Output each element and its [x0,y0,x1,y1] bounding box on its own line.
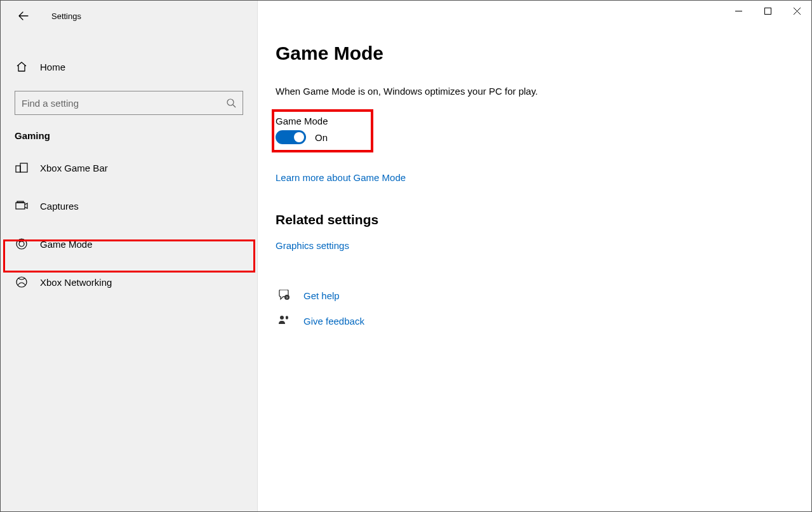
main-content: Game Mode When Game Mode is on, Windows … [258,1,811,511]
maximize-button[interactable] [753,1,782,21]
svg-point-6 [19,241,24,246]
graphics-settings-link[interactable]: Graphics settings [276,240,349,251]
sidebar-item-label: Captures [40,201,79,212]
give-feedback-link[interactable]: Give feedback [303,316,364,327]
help-icon: ? [276,290,293,301]
page-description: When Game Mode is on, Windows optimizes … [276,86,811,97]
app-title: Settings [51,11,81,21]
svg-rect-3 [16,203,25,209]
maximize-icon [764,8,771,15]
sidebar-item-label: Xbox Networking [40,277,112,288]
home-nav[interactable]: Home [1,51,257,82]
window-controls [724,1,811,21]
svg-rect-1 [16,166,20,172]
sidebar-item-captures[interactable]: Captures [1,191,257,221]
toggle-state: On [315,132,328,143]
sidebar-item-xbox-game-bar[interactable]: Xbox Game Bar [1,152,257,183]
svg-point-11 [280,316,284,320]
sidebar-item-label: Xbox Game Bar [40,163,108,173]
home-label: Home [40,62,65,72]
related-settings-heading: Related settings [276,212,811,227]
game-mode-icon [15,238,29,250]
sidebar-item-game-mode[interactable]: Game Mode [1,229,257,259]
minimize-icon [735,8,742,15]
close-icon [794,8,801,15]
back-button[interactable] [11,3,36,29]
toggle-label: Game Mode [276,116,377,126]
get-help-link[interactable]: Get help [303,290,340,301]
learn-more-link[interactable]: Learn more about Game Mode [276,172,406,183]
svg-rect-4 [17,201,23,203]
sidebar: Settings Home Gaming Xbox Game Bar [1,1,258,511]
home-icon [15,61,29,72]
feedback-icon [276,315,293,327]
xbox-icon [15,276,29,288]
game-mode-toggle[interactable] [276,130,306,144]
arrow-left-icon [18,11,29,21]
minimize-button[interactable] [724,1,753,21]
captures-icon [15,201,29,211]
page-title: Game Mode [276,43,811,64]
search-input[interactable] [22,98,226,109]
search-icon [226,98,236,108]
svg-point-0 [227,99,234,105]
game-bar-icon [15,163,29,173]
search-box[interactable] [15,91,243,115]
sidebar-item-label: Game Mode [40,239,93,250]
sidebar-item-xbox-networking[interactable]: Xbox Networking [1,267,257,297]
category-heading: Gaming [1,115,257,152]
svg-rect-8 [764,8,771,14]
toggle-knob [294,132,304,142]
svg-rect-2 [20,163,27,172]
svg-point-7 [17,277,27,287]
close-button[interactable] [782,1,811,21]
